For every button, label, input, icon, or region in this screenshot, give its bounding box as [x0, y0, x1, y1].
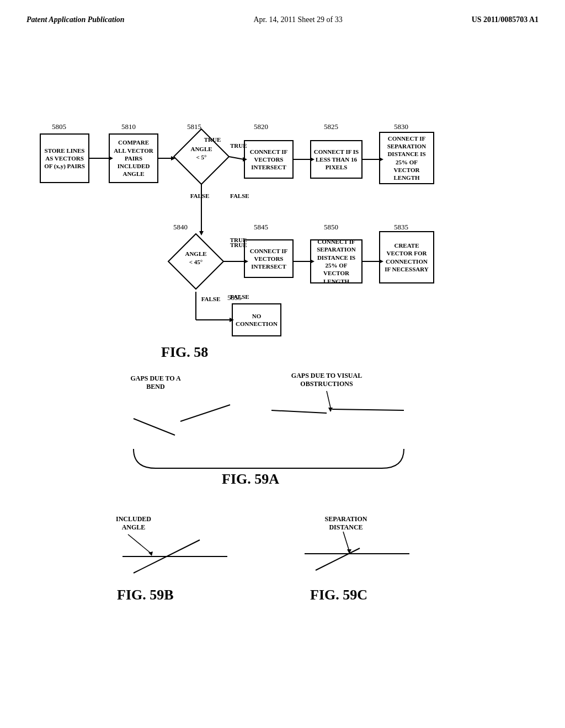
fig59bc-diagram: INCLUDED ANGLE FIG. 59B SEPARATION DISTA… [89, 510, 476, 631]
fig58-label: FIG. 58 [161, 344, 208, 361]
sheet-info: Apr. 14, 2011 Sheet 29 of 33 [254, 15, 343, 24]
node-label-5840: 5840 [173, 223, 188, 232]
svg-line-32 [180, 405, 230, 421]
box-5810: COMPARE ALL VECTOR PAIRS INCLUDED ANGLE [109, 133, 158, 183]
box-5820: CONNECT IF VECTORS INTERSECT [244, 140, 294, 179]
svg-line-35 [327, 391, 331, 408]
box-5825: CONNECT IF IS LESS THAN 16 PIXELS [310, 140, 363, 179]
fig59b-label: FIG. 59B [117, 587, 174, 603]
node-label-5850: 5850 [324, 223, 338, 232]
publication-label: Patent Application Publication [26, 15, 125, 24]
fig59a-label: FIG. 59A [222, 471, 279, 488]
svg-line-39 [128, 534, 150, 553]
svg-text:ANGLE: ANGLE [190, 146, 212, 152]
svg-line-33 [271, 410, 327, 413]
svg-text:FALSE: FALSE [201, 296, 221, 302]
fig59c-label: FIG. 59C [310, 587, 367, 603]
label-false2: FALSE [230, 293, 249, 300]
diamond-5815: ANGLE < 5° [171, 126, 232, 187]
node-label-5825: 5825 [324, 122, 338, 131]
box-5850: CONNECT IF SEPARATION DISTANCE IS 25% OF… [310, 239, 363, 283]
box-5830: CONNECT IF SEPARATION DISTANCE IS 25% OF… [379, 132, 434, 184]
node-label-5845: 5845 [254, 223, 268, 232]
diamond-5840: ANGLE < 45° [166, 231, 226, 292]
svg-line-42 [316, 548, 360, 570]
fig58-diagram: 5805 5810 5815 5820 5825 5830 STORE LINE… [23, 35, 542, 366]
svg-text:ANGLE: ANGLE [185, 250, 206, 257]
node-label-5820: 5820 [254, 122, 268, 131]
svg-text:< 45°: < 45° [189, 259, 202, 265]
node-label-5805: 5805 [52, 122, 66, 131]
fig59a-diagram: GAPS DUE TO A BEND GAPS DUE TO VISUAL OB… [89, 372, 476, 504]
svg-line-34 [332, 409, 404, 410]
box-5805: STORE LINES AS VECTORS OF (x,y) PAIRS [40, 133, 89, 183]
label-false1: FALSE [230, 192, 249, 199]
box-5845: CONNECT IF VECTORS INTERSECT [244, 239, 294, 278]
fig59a-svg [89, 372, 476, 493]
svg-text:FALSE: FALSE [190, 192, 210, 199]
node-label-5830: 5830 [394, 122, 408, 131]
label-true1: TRUE [230, 142, 247, 149]
label-true2: TRUE [230, 242, 247, 248]
patent-number: US 2011/0085703 A1 [472, 15, 539, 24]
page-header: Patent Application Publication Apr. 14, … [0, 0, 565, 24]
box-5855: NO CONNECTION [232, 303, 281, 336]
svg-text:< 5°: < 5° [196, 154, 207, 160]
svg-line-31 [134, 419, 175, 435]
svg-marker-36 [328, 408, 333, 412]
svg-line-43 [343, 532, 349, 549]
node-label-5835: 5835 [394, 223, 408, 232]
node-label-5810: 5810 [121, 122, 136, 131]
box-5835: CREATE VECTOR FOR CONNECTION IF NECESSAR… [379, 231, 434, 283]
